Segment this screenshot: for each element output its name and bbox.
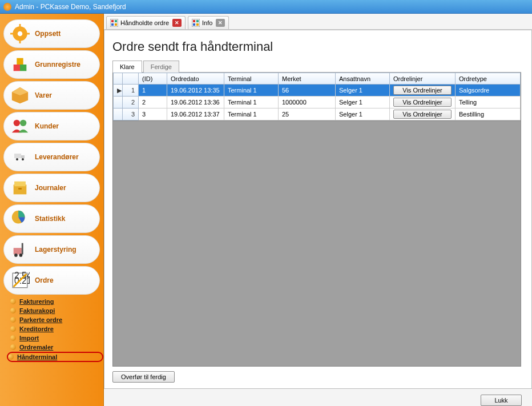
col-header-ordredato[interactable]: Ordredato bbox=[167, 73, 224, 85]
cell-terminal[interactable]: Terminal 1 bbox=[224, 108, 279, 120]
sidebar-label: Statistikk bbox=[35, 215, 65, 223]
cell-ordrelinjer: Vis Ordrelinjer bbox=[390, 85, 456, 97]
cell-ansatt[interactable]: Selger 1 bbox=[336, 108, 390, 120]
svg-rect-32 bbox=[111, 23, 114, 26]
sidebar-label: Ordre bbox=[35, 276, 54, 284]
cell-id[interactable]: 2 bbox=[139, 97, 167, 108]
vis-ordrelinjer-button[interactable]: Vis Ordrelinjer bbox=[393, 98, 452, 107]
tab-handholdte-ordre[interactable]: Håndholdte ordre ✕ bbox=[106, 16, 186, 29]
bullet-icon bbox=[8, 354, 14, 360]
cell-ordredato[interactable]: 19.06.2012 13:36 bbox=[167, 97, 224, 108]
sidebar-item-ordre[interactable]: 2.5460.216 Ordre bbox=[3, 266, 100, 295]
col-header-ordrelinjer[interactable]: Ordrelinjer bbox=[390, 73, 456, 85]
chart-icon bbox=[10, 208, 30, 229]
tab-label: Info bbox=[202, 19, 212, 26]
sidebar-item-varer[interactable]: Varer bbox=[3, 81, 100, 110]
inner-tabs: Klare Ferdige bbox=[112, 60, 521, 73]
form-icon bbox=[192, 19, 200, 27]
sidebar-label: Oppsett bbox=[35, 30, 61, 38]
sublink-label: Fakturering bbox=[19, 298, 54, 305]
svg-point-24 bbox=[19, 254, 23, 257]
table-row[interactable]: 3 3 19.06.2012 13:37 Terminal 1 25 Selge… bbox=[114, 108, 521, 120]
sublink-fakturakopi[interactable]: Fakturakopi bbox=[10, 306, 103, 315]
cell-merket[interactable]: 56 bbox=[279, 85, 336, 97]
cell-ordredato[interactable]: 19.06.2012 13:35 bbox=[167, 85, 224, 97]
row-indicator-icon: ▶ bbox=[114, 85, 123, 97]
sublink-import[interactable]: Import bbox=[10, 333, 103, 343]
col-header-terminal[interactable]: Terminal bbox=[224, 73, 279, 85]
svg-point-12 bbox=[20, 120, 26, 126]
cell-merket[interactable]: 1000000 bbox=[279, 97, 336, 108]
svg-point-16 bbox=[22, 158, 24, 160]
close-button[interactable]: Lukk bbox=[481, 395, 522, 406]
cell-ordretype[interactable]: Bestilling bbox=[456, 108, 521, 120]
cell-terminal[interactable]: Terminal 1 bbox=[224, 85, 279, 97]
sublink-handterminal[interactable]: Håndterminal bbox=[7, 352, 103, 362]
cell-ansatt[interactable]: Selger 1 bbox=[336, 85, 390, 97]
svg-rect-18 bbox=[14, 182, 26, 187]
transfer-button[interactable]: Overfør til ferdig bbox=[112, 371, 175, 383]
bullet-icon bbox=[10, 317, 16, 323]
tab-label: Håndholdte ordre bbox=[120, 19, 169, 26]
cell-merket[interactable]: 25 bbox=[279, 108, 336, 120]
sidebar-item-statistikk[interactable]: Statistikk bbox=[3, 204, 100, 233]
col-header-id[interactable]: (ID) bbox=[139, 73, 167, 85]
tab-info[interactable]: Info ✕ bbox=[188, 16, 229, 29]
sublink-fakturering[interactable]: Fakturering bbox=[10, 297, 103, 306]
sublink-label: Fakturakopi bbox=[19, 307, 55, 314]
svg-rect-33 bbox=[115, 23, 117, 26]
sidebar-label: Lagerstyring bbox=[35, 246, 76, 254]
table-row[interactable]: ▶ 1 1 19.06.2012 13:35 Terminal 1 56 Sel… bbox=[114, 85, 521, 97]
svg-point-11 bbox=[14, 120, 20, 126]
sidebar-item-lagerstyring[interactable]: Lagerstyring bbox=[3, 235, 100, 264]
close-icon[interactable]: ✕ bbox=[216, 19, 225, 27]
content: Håndholdte ordre ✕ Info ✕ Ordre sendt fr… bbox=[104, 14, 532, 406]
cell-ordrelinjer: Vis Ordrelinjer bbox=[390, 108, 456, 120]
grid-corner bbox=[123, 73, 139, 85]
svg-rect-8 bbox=[17, 58, 23, 65]
vis-ordrelinjer-button[interactable]: Vis Ordrelinjer bbox=[393, 86, 452, 95]
row-number: 3 bbox=[123, 108, 139, 120]
inner-tab-ferdige[interactable]: Ferdige bbox=[143, 61, 179, 73]
sublink-parkerte-ordre[interactable]: Parkerte ordre bbox=[10, 315, 103, 324]
svg-rect-7 bbox=[20, 65, 26, 71]
row-number: 1 bbox=[123, 85, 139, 97]
svg-rect-13 bbox=[14, 154, 21, 158]
col-header-merket[interactable]: Merket bbox=[279, 73, 336, 85]
sidebar-label: Kunder bbox=[35, 122, 59, 130]
drawer-icon bbox=[10, 178, 30, 198]
cell-ordrelinjer: Vis Ordrelinjer bbox=[390, 97, 456, 108]
cell-ansatt[interactable]: Selger 1 bbox=[336, 97, 390, 108]
vis-ordrelinjer-button[interactable]: Vis Ordrelinjer bbox=[393, 110, 452, 119]
cell-terminal[interactable]: Terminal 1 bbox=[224, 97, 279, 108]
svg-rect-5 bbox=[26, 33, 30, 35]
close-icon[interactable]: ✕ bbox=[172, 19, 182, 27]
cell-ordretype[interactable]: Salgsordre bbox=[456, 85, 521, 97]
cell-ordretype[interactable]: Telling bbox=[456, 97, 521, 108]
sublink-kreditordre[interactable]: Kreditordre bbox=[10, 324, 103, 333]
col-header-ordretype[interactable]: Ordretype bbox=[456, 73, 521, 85]
sidebar-item-journaler[interactable]: Journaler bbox=[3, 174, 100, 202]
panel-footer: Overfør til ferdig bbox=[112, 371, 521, 383]
svg-point-23 bbox=[14, 254, 18, 257]
inner-tab-klare[interactable]: Klare bbox=[112, 61, 142, 73]
sidebar-item-grunnregistre[interactable]: Grunnregistre bbox=[3, 50, 100, 79]
tabbar: Håndholdte ordre ✕ Info ✕ bbox=[104, 14, 532, 30]
orders-grid: (ID) Ordredato Terminal Merket Ansattnav… bbox=[113, 73, 521, 120]
content-footer: Lukk bbox=[104, 389, 532, 406]
svg-rect-22 bbox=[22, 243, 23, 255]
svg-rect-19 bbox=[18, 188, 22, 190]
table-row[interactable]: 2 2 19.06.2012 13:36 Terminal 1 1000000 … bbox=[114, 97, 521, 108]
sidebar-item-kunder[interactable]: Kunder bbox=[3, 112, 100, 140]
sidebar-item-leverandorer[interactable]: Leverandører bbox=[3, 143, 100, 171]
sidebar-item-oppsett[interactable]: Oppsett bbox=[3, 19, 100, 48]
sublink-label: Håndterminal bbox=[17, 353, 57, 360]
cell-id[interactable]: 3 bbox=[139, 108, 167, 120]
sublink-ordremaler[interactable]: Ordremaler bbox=[10, 343, 103, 352]
svg-rect-3 bbox=[19, 39, 21, 43]
cell-ordredato[interactable]: 19.06.2012 13:37 bbox=[167, 108, 224, 120]
sublinks: Fakturering Fakturakopi Parkerte ordre K… bbox=[10, 297, 103, 362]
col-header-ansattnavn[interactable]: Ansattnavn bbox=[336, 73, 390, 85]
row-number: 2 bbox=[123, 97, 139, 108]
cell-id[interactable]: 1 bbox=[139, 85, 167, 97]
